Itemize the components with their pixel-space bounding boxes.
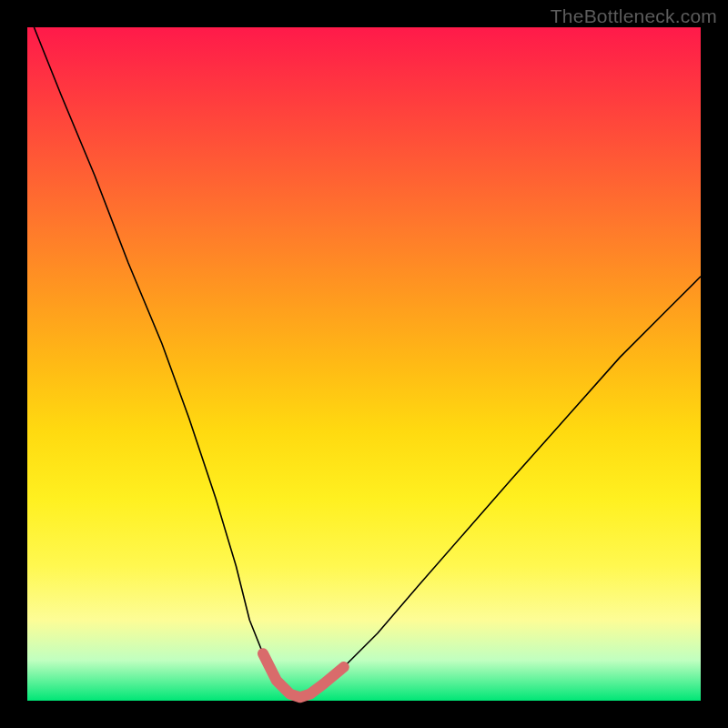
chart-frame: TheBottleneck.com bbox=[0, 0, 728, 728]
plot-area bbox=[27, 27, 701, 701]
bottleneck-marker bbox=[263, 653, 344, 697]
bottleneck-curve bbox=[34, 27, 701, 697]
watermark-text: TheBottleneck.com bbox=[551, 5, 717, 27]
curve-layer bbox=[27, 27, 701, 701]
